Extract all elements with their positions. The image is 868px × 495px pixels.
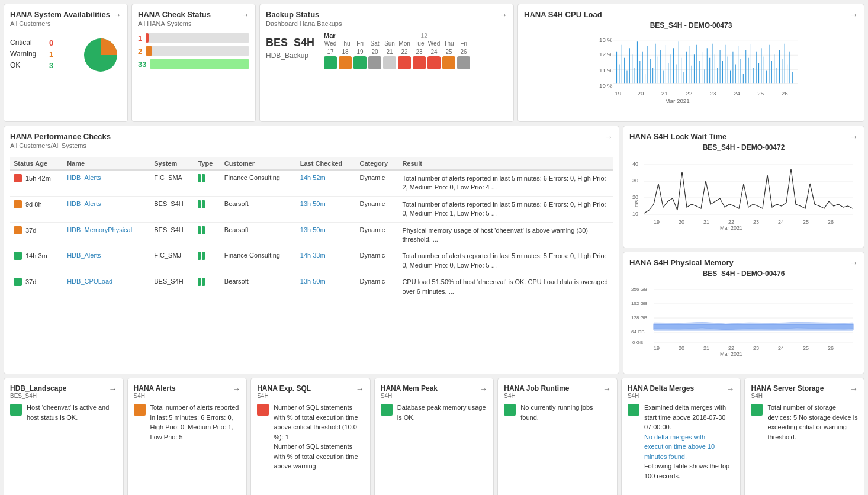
type-bar-2: [202, 226, 205, 234]
mempeak-arrow[interactable]: →: [479, 384, 487, 394]
day-number: 20: [371, 49, 378, 55]
mem-fill-inner: [654, 322, 853, 330]
avail-arrow[interactable]: →: [113, 10, 121, 20]
mem-chart-title: BES_S4H - DEMO-00476: [629, 269, 858, 278]
day-number: 18: [342, 49, 348, 55]
svg-text:22: 22: [686, 90, 692, 97]
svg-text:13 %: 13 %: [599, 37, 613, 43]
landscape-text: Host 'dheenvat' is active and host statu…: [27, 403, 117, 422]
day-name: Sun: [384, 40, 395, 47]
ok-count: 3: [49, 61, 53, 70]
day-name: Tue: [414, 40, 425, 47]
mempeak-text: Database peak memory usage is OK.: [397, 403, 488, 422]
td-last-checked: 14h 52m: [297, 170, 356, 196]
svg-text:25: 25: [803, 345, 809, 351]
day-box: [398, 56, 411, 69]
serverstorage-status-box: [751, 404, 763, 416]
avail-card: → HANA System Availabilities All Custome…: [4, 4, 128, 122]
serverstorage-arrow[interactable]: →: [850, 384, 858, 394]
check-name[interactable]: HDB_CPULoad: [67, 278, 112, 285]
check-name[interactable]: HDB_Alerts: [67, 252, 101, 259]
expsql-text1: Number of SQL statements with % of total…: [274, 404, 358, 441]
type-bar-1: [198, 226, 201, 234]
warning-count: 1: [49, 50, 53, 59]
svg-text:24: 24: [778, 345, 784, 351]
age-text: 9d 8h: [25, 201, 42, 208]
check-subtitle: All HANA Systems: [138, 20, 249, 27]
last-checked-value[interactable]: 14h 33m: [300, 252, 326, 259]
backup-arrow[interactable]: →: [499, 10, 507, 20]
expsql-text: Number of SQL statements with % of total…: [274, 403, 364, 471]
backup-main: BES_S4H HDB_Backup Mar 12 Wed17Thu18Fri1…: [266, 32, 507, 69]
type-bar-2: [202, 278, 205, 286]
ok-label: OK: [10, 61, 46, 69]
td-result: CPU load 51.50% of host 'dheenvat' is OK…: [398, 274, 613, 300]
num-12: 12: [421, 33, 427, 39]
td-type: [194, 274, 220, 300]
td-result: Physical memory usage of host 'dheenvat'…: [398, 222, 613, 248]
alerts-arrow[interactable]: →: [232, 384, 240, 394]
deltamerges-text2[interactable]: No delta merges with execution time abov…: [644, 433, 715, 460]
day-box: [413, 56, 426, 69]
last-checked-value[interactable]: 13h 50m: [300, 226, 326, 233]
td-status-age: 37d: [10, 274, 63, 300]
lock-arrow[interactable]: →: [850, 132, 858, 142]
expsql-status-box: [257, 404, 269, 416]
expsql-card: → HANA Exp. SQL S4H Number of SQL statem…: [250, 378, 371, 495]
td-category: Dynamic: [356, 170, 398, 196]
alerts-card: → HANA Alerts S4H Total number of alerts…: [127, 378, 247, 495]
svg-text:11 %: 11 %: [599, 67, 613, 73]
td-customer: Bearsoft: [221, 222, 297, 248]
cal-day-col: Fri19: [353, 40, 367, 69]
type-bar-1: [198, 200, 201, 208]
jobruntime-text: No currently running jobs found.: [520, 403, 611, 422]
avail-ok-row: OK 3: [10, 61, 74, 70]
deltamerges-status-box: [628, 404, 639, 416]
lock-line: [644, 169, 853, 213]
svg-text:0 GB: 0 GB: [632, 340, 643, 345]
svg-text:19: 19: [654, 345, 660, 351]
check-name[interactable]: HDB_Alerts: [67, 200, 101, 207]
check-bar-3: [150, 59, 249, 69]
check-num-3: 33: [138, 60, 146, 69]
lock-chart-title: BES_S4H - DEMO-00472: [629, 143, 858, 152]
svg-text:19: 19: [615, 90, 621, 97]
check-arrow[interactable]: →: [241, 10, 249, 20]
day-name: Sat: [371, 40, 380, 47]
col-status-age: Status Age: [10, 158, 63, 170]
deltamerges-subtitle: S4H: [628, 393, 735, 399]
mem-arrow[interactable]: →: [850, 258, 858, 268]
mem-chart: 256 GB 192 GB 128 GB 64 GB 0 GB 19 20: [629, 280, 858, 357]
check-num-2: 2: [138, 47, 142, 56]
check-name[interactable]: HDB_Alerts: [67, 174, 101, 181]
lock-card: → HANA S4H Lock Wait Time BES_S4H - DEMO…: [623, 126, 864, 248]
backup-info: BES_S4H HDB_Backup: [266, 32, 314, 60]
day-number: 19: [356, 49, 363, 55]
check-name[interactable]: HDB_MemoryPhysical: [67, 226, 132, 233]
td-type: [194, 196, 220, 222]
perf-arrow[interactable]: →: [605, 132, 613, 142]
last-checked-value[interactable]: 13h 50m: [300, 278, 326, 285]
mempeak-status: Database peak memory usage is OK.: [381, 403, 488, 422]
td-result: Total number of alerts reported in last …: [398, 196, 613, 222]
warning-label: Warning: [10, 50, 46, 58]
perf-subtitle: All Customers/All Systems: [10, 142, 613, 149]
mar-label: Mar: [324, 32, 336, 39]
check-bar-container-3: [150, 59, 249, 69]
deltamerges-arrow[interactable]: →: [726, 384, 734, 394]
perf-table-wrapper[interactable]: Status Age Name System Type Customer Las…: [10, 153, 613, 300]
last-checked-value[interactable]: 13h 50m: [300, 200, 326, 207]
type-bar-2: [202, 174, 205, 182]
expsql-arrow[interactable]: →: [356, 384, 364, 394]
cpu-arrow[interactable]: →: [850, 10, 858, 20]
last-checked-value[interactable]: 14h 52m: [300, 174, 326, 181]
landscape-arrow[interactable]: →: [109, 384, 117, 394]
svg-text:19: 19: [654, 219, 660, 225]
jobruntime-arrow[interactable]: →: [603, 384, 611, 394]
mempeak-subtitle: S4H: [381, 393, 488, 399]
td-system: BES_S4H: [150, 196, 194, 222]
day-name: Wed: [324, 40, 336, 47]
cpu-card: → HANA S4H CPU Load BES_S4H - DEMO-00473…: [517, 4, 864, 122]
svg-text:24: 24: [778, 219, 784, 225]
td-category: Dynamic: [356, 222, 398, 248]
